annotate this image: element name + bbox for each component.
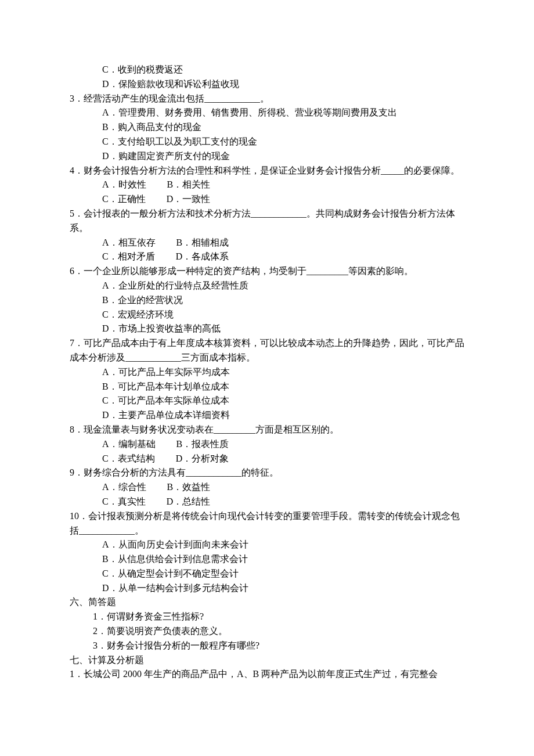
q7-option-c: C．可比产品本年实际单位成本 <box>70 394 464 408</box>
question-9-stem: 9．财务综合分析的方法具有____________的特征。 <box>70 466 464 480</box>
question-8-stem: 8．现金流量表与财务状况变动表在_________方面是相互区别的。 <box>70 423 464 437</box>
q9-option-c: C．真实性 <box>102 496 146 506</box>
q6-option-a: A．企业所处的行业特点及经营性质 <box>70 279 464 293</box>
q9-option-d: D．总结性 <box>167 496 211 506</box>
section-6-item-1: 1．何谓财务资金三性指标? <box>70 610 464 624</box>
q8-option-c: C．表式结构 <box>102 453 155 463</box>
section-7-item-1: 1．长城公司 2000 年生产的商品产品中，A、B 两种产品为以前年度正式生产过… <box>70 667 464 682</box>
q6-option-b: B．企业的经营状况 <box>70 293 464 308</box>
q9-option-b: B．效益性 <box>167 482 211 492</box>
q5-option-d: D．各成体系 <box>176 251 229 261</box>
document-page: C．收到的税费返还 D．保险赔款收现和诉讼利益收现 3．经营活动产生的现金流出包… <box>0 0 534 756</box>
q4-option-d: D．一致性 <box>167 194 211 204</box>
q5-options-row1: A．相互依存 B．相辅相成 <box>70 236 464 250</box>
q5-option-b: B．相辅相成 <box>176 237 229 247</box>
q3-option-b: B．购入商品支付的现金 <box>70 120 464 135</box>
q4-option-b: B．相关性 <box>167 179 211 189</box>
section-6-item-2: 2．简要说明资产负债表的意义。 <box>70 624 464 639</box>
q8-option-a: A．编制基础 <box>102 439 156 449</box>
option-d: D．保险赔款收现和诉讼利益收现 <box>70 77 464 92</box>
q8-option-b: B．报表性质 <box>176 439 229 449</box>
q4-option-c: C．正确性 <box>102 194 146 204</box>
q5-options-row2: C．相对矛盾 D．各成体系 <box>70 250 464 264</box>
q5-option-c: C．相对矛盾 <box>102 251 155 261</box>
q4-options-row2: C．正确性 D．一致性 <box>70 192 464 207</box>
q10-option-c: C．从确定型会计到不确定型会计 <box>70 567 464 581</box>
q8-options-row1: A．编制基础 B．报表性质 <box>70 437 464 452</box>
q10-option-a: A．从面向历史会计到面向未来会计 <box>70 538 464 552</box>
section-6-heading: 六、简答题 <box>70 595 464 610</box>
q8-option-d: D．分析对象 <box>176 453 229 463</box>
q10-option-d: D．从单一结构会计到多元结构会计 <box>70 581 464 596</box>
q3-option-c: C．支付给职工以及为职工支付的现金 <box>70 135 464 149</box>
section-6-item-3: 3．财务会计报告分析的一般程序有哪些? <box>70 639 464 653</box>
q10-option-b: B．从信息供给会计到信息需求会计 <box>70 552 464 567</box>
q7-option-b: B．可比产品本年计划单位成本 <box>70 380 464 394</box>
q3-option-a: A．管理费用、财务费用、销售费用、所得税、营业税等期间费用及支出 <box>70 106 464 120</box>
q8-options-row2: C．表式结构 D．分析对象 <box>70 452 464 466</box>
question-4-stem: 4．财务会计报告分析方法的合理性和科学性，是保证企业财务会计报告分析_____的… <box>70 164 464 178</box>
q5-option-a: A．相互依存 <box>102 237 156 247</box>
q9-options-row2: C．真实性 D．总结性 <box>70 495 464 509</box>
question-7-stem: 7．可比产品成本由于有上年度成本核算资料，可以比较成本动态上的升降趋势，因此，可… <box>70 336 464 365</box>
q6-option-c: C．宏观经济环境 <box>70 308 464 322</box>
q4-option-a: A．时效性 <box>102 179 146 189</box>
question-10-stem: 10．会计报表预测分析是将传统会计向现代会计转变的重要管理手段。需转变的传统会计… <box>70 509 464 538</box>
q7-option-d: D．主要产品单位成本详细资料 <box>70 408 464 423</box>
q6-option-d: D．市场上投资收益率的高低 <box>70 322 464 336</box>
question-3-stem: 3．经营活动产生的现金流出包括____________。 <box>70 92 464 106</box>
option-c: C．收到的税费返还 <box>70 63 464 77</box>
question-6-stem: 6．一个企业所以能够形成一种特定的资产结构，均受制于_________等因素的影… <box>70 264 464 279</box>
section-7-heading: 七、计算及分析题 <box>70 653 464 668</box>
q7-option-a: A．可比产品上年实际平均成本 <box>70 365 464 380</box>
q4-options-row1: A．时效性 B．相关性 <box>70 178 464 192</box>
q9-options-row1: A．综合性 B．效益性 <box>70 480 464 495</box>
q3-option-d: D．购建固定资产所支付的现金 <box>70 149 464 164</box>
q9-option-a: A．综合性 <box>102 482 146 492</box>
question-5-stem: 5．会计报表的一般分析方法和技术分析方法____________。共同构成财务会… <box>70 207 464 236</box>
